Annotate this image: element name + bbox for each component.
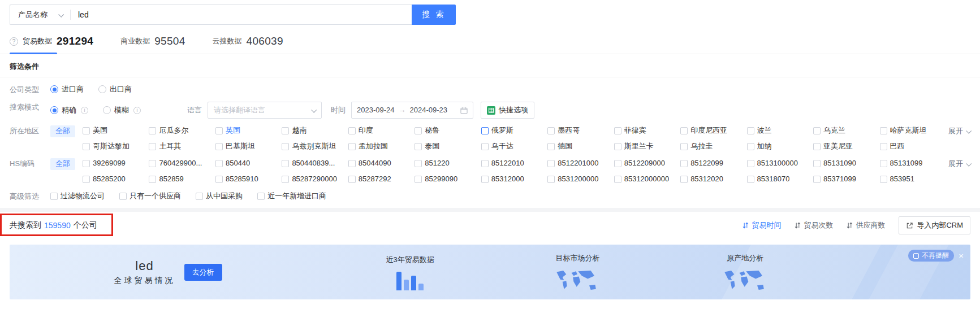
checkbox-icon <box>880 127 887 134</box>
region-checkbox[interactable]: 英国 <box>215 125 278 136</box>
checkbox-label: 85044090 <box>359 158 391 168</box>
region-checkbox[interactable]: 乌兹别克斯坦 <box>282 141 344 151</box>
region-checkbox[interactable]: 孟加拉国 <box>348 141 411 151</box>
hs-code-checkbox[interactable]: 85131090 <box>813 158 876 168</box>
hs-code-checkbox[interactable]: 85122099 <box>680 158 743 168</box>
search-button[interactable]: 搜 索 <box>412 5 456 25</box>
banner-card-trade-data[interactable]: 近3年贸易数据 <box>326 254 494 290</box>
checkbox-label: 俄罗斯 <box>491 125 513 136</box>
region-checkbox[interactable]: 印度 <box>348 125 411 136</box>
sort-option[interactable]: 贸易时间 <box>742 220 781 230</box>
region-checkbox[interactable]: 斯里兰卡 <box>614 141 677 151</box>
region-checkbox[interactable]: 哈萨克斯坦 <box>880 125 943 136</box>
advanced-filter-checkbox[interactable]: 只有一个供应商 <box>119 191 181 201</box>
analysis-promo-banner: led 全球贸易情况 去分析 近3年贸易数据 目标市场分析 <box>10 245 970 299</box>
hs-code-expand-link[interactable]: 展开 <box>948 158 970 169</box>
checkbox-label: 85131099 <box>890 158 923 168</box>
hs-code-checkbox[interactable]: 85312000000 <box>614 174 677 184</box>
checkbox-icon <box>614 160 621 167</box>
advanced-filter-checkbox[interactable]: 近一年新增进口商 <box>257 191 326 201</box>
hs-code-all-chip[interactable]: 全部 <box>50 158 75 170</box>
hs-code-checkbox[interactable]: 8531200000 <box>547 174 610 184</box>
radio-exporter[interactable]: 出口商 <box>98 84 132 94</box>
hs-code-checkbox[interactable]: 85122010 <box>481 158 544 168</box>
region-checkbox[interactable]: 乌克兰 <box>813 125 876 136</box>
region-checkbox[interactable]: 俄罗斯 <box>481 125 544 136</box>
import-crm-button[interactable]: 导入内部CRM <box>899 216 970 234</box>
checkbox-icon <box>880 143 887 150</box>
quick-options-button[interactable]: 快捷选项 <box>481 102 534 119</box>
region-checkbox[interactable]: 越南 <box>282 125 344 136</box>
hs-code-checkbox[interactable]: 85044090 <box>348 158 411 168</box>
advanced-filter-checkbox[interactable]: 从中国采购 <box>196 191 243 201</box>
checkbox-label: 过滤物流公司 <box>61 191 105 201</box>
dont-remind-checkbox[interactable]: 不再提醒 <box>908 250 954 262</box>
checkbox-label: 亚美尼亚 <box>823 141 853 151</box>
tab-cloud-search-data[interactable]: 云搜数据 406039 <box>213 35 283 54</box>
info-icon: i <box>133 107 141 114</box>
close-icon[interactable]: × <box>959 251 964 260</box>
checkbox-icon <box>149 127 156 134</box>
calendar-icon <box>460 107 468 114</box>
hs-code-checkbox[interactable]: 8512209000 <box>614 158 677 168</box>
banner-dismiss: 不再提醒 × <box>908 250 964 262</box>
region-checkbox[interactable]: 乌干达 <box>481 141 544 151</box>
hs-code-checkbox[interactable]: 85287290000 <box>282 174 344 184</box>
region-checkbox[interactable]: 巴基斯坦 <box>215 141 278 151</box>
sort-option[interactable]: 供应商数 <box>847 220 885 230</box>
hs-code-checkbox[interactable]: 85299090 <box>415 174 477 184</box>
hs-code-checkbox[interactable]: 39269099 <box>83 158 145 168</box>
translation-language-select[interactable]: 请选择翻译语言 <box>208 102 322 119</box>
sort-arrows-icon <box>795 222 801 229</box>
hs-code-checkbox[interactable]: 760429900... <box>149 158 211 168</box>
hs-code-checkbox[interactable]: 852859 <box>149 174 211 184</box>
region-checkbox[interactable]: 巴西 <box>880 141 943 151</box>
region-checkbox[interactable]: 乌拉圭 <box>680 141 743 151</box>
region-checkbox[interactable]: 美国 <box>83 125 145 136</box>
hs-code-checkbox[interactable]: 85312000 <box>481 174 544 184</box>
hs-code-checkbox[interactable]: 85285910 <box>215 174 278 184</box>
search-input[interactable] <box>71 6 412 24</box>
hs-code-checkbox[interactable]: 85318070 <box>747 174 810 184</box>
hs-code-checkbox[interactable]: 8513100000 <box>747 158 810 168</box>
checkbox-icon <box>149 160 156 167</box>
region-checkbox[interactable]: 菲律宾 <box>614 125 677 136</box>
hs-code-checkbox[interactable]: 85287292 <box>348 174 411 184</box>
hs-code-checkbox[interactable]: 850440 <box>215 158 278 168</box>
search-category-dropdown[interactable]: 产品名称 <box>10 5 70 24</box>
region-checkbox[interactable]: 墨西哥 <box>547 125 610 136</box>
tab-business-data[interactable]: 商业数据 95504 <box>120 35 185 54</box>
region-checkbox[interactable]: 德国 <box>547 141 610 151</box>
hs-code-checkbox[interactable]: 85285200 <box>83 174 145 184</box>
region-expand-link[interactable]: 展开 <box>948 125 970 136</box>
advanced-filter-row: 高级筛选 过滤物流公司 只有一个供应商 从中国采 <box>0 188 980 205</box>
sort-option[interactable]: 贸易次数 <box>795 220 833 230</box>
region-checkbox[interactable]: 厄瓜多尔 <box>149 125 211 136</box>
region-checkbox[interactable]: 秘鲁 <box>415 125 477 136</box>
hs-code-checkbox[interactable]: 85371099 <box>813 174 876 184</box>
hs-code-checkbox[interactable]: 853951 <box>880 174 943 184</box>
region-checkbox[interactable]: 加纳 <box>747 141 810 151</box>
radio-importer[interactable]: 进口商 <box>50 84 84 94</box>
hs-code-checkbox[interactable]: 851220 <box>415 158 477 168</box>
hs-code-checkbox[interactable]: 85312020 <box>680 174 743 184</box>
advanced-filter-checkbox[interactable]: 过滤物流公司 <box>50 191 105 201</box>
radio-fuzzy-mode[interactable]: 模糊 i <box>103 105 141 115</box>
banner-card-origin[interactable]: 原产地分析 <box>662 252 829 292</box>
region-checkbox[interactable]: 土耳其 <box>149 141 211 151</box>
region-all-chip[interactable]: 全部 <box>50 125 75 137</box>
banner-card-target-market[interactable]: 目标市场分析 <box>494 252 661 292</box>
analyze-button[interactable]: 去分析 <box>184 264 222 281</box>
region-checkbox[interactable]: 亚美尼亚 <box>813 141 876 151</box>
region-checkbox[interactable]: 印度尼西亚 <box>680 125 743 136</box>
checkbox-label: 孟加拉国 <box>359 141 388 151</box>
region-checkbox[interactable]: 哥斯达黎加 <box>83 141 145 151</box>
hs-code-checkbox[interactable]: 85131099 <box>880 158 943 168</box>
date-range-picker[interactable]: 2023-09-24 → 2024-09-23 <box>351 102 473 119</box>
radio-exact-mode[interactable]: 精确 i <box>50 105 88 115</box>
hs-code-checkbox[interactable]: 850440839... <box>282 158 344 168</box>
tab-trade-data[interactable]: ? 贸易数据 291294 <box>10 35 93 54</box>
region-checkbox[interactable]: 波兰 <box>747 125 810 136</box>
hs-code-checkbox[interactable]: 8512201000 <box>547 158 610 168</box>
region-checkbox[interactable]: 泰国 <box>415 141 477 151</box>
